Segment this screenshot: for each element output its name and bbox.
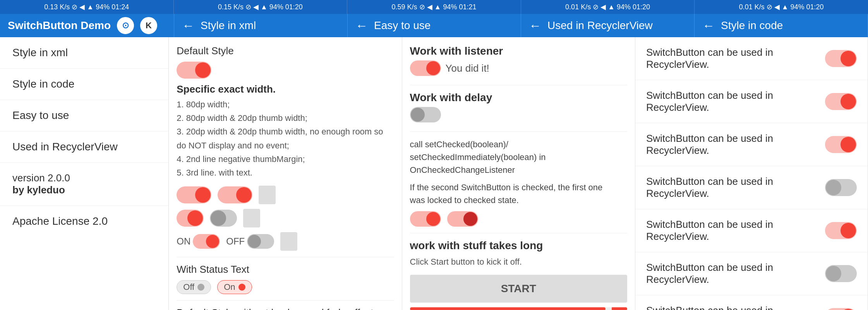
xml-panel-title: Style in xml: [201, 19, 256, 32]
width-switches-row-1: [177, 186, 394, 204]
sidebar-item-easy[interactable]: Easy to use: [0, 100, 168, 131]
width-switch-placeholder: [259, 186, 276, 204]
panel-easy: Work with listener You did it! Work with…: [402, 37, 635, 310]
recycler-switch-5[interactable]: [825, 265, 857, 282]
divider-1: [177, 257, 394, 257]
call-section: call setChecked(boolean)/setCheckedImmed…: [410, 138, 627, 227]
recycler-text-6: SwitchButton can be used in RecyclerView…: [646, 305, 825, 310]
github-icon[interactable]: ⊙: [117, 17, 134, 34]
recycler-panel-title: Used in RecyclerView: [547, 19, 653, 32]
default-switch-1[interactable]: [177, 62, 211, 79]
easy-panel-title: Easy to use: [374, 19, 431, 32]
app-title: SwitchButton Demo: [8, 19, 111, 32]
sidebar: Style in xml Style in code Easy to use U…: [0, 37, 169, 310]
recycler-text-2: SwitchButton can be used in RecyclerView…: [646, 133, 825, 157]
recycler-item-0: SwitchButton can be used in RecyclerView…: [635, 37, 868, 80]
status-bar-4: 0.01 K/s ⊘ ◀ ▲ 94% 01:20: [521, 0, 695, 14]
call-desc: If the second SwitchButton is checked, t…: [410, 181, 627, 207]
divider-easy-3: [410, 233, 627, 233]
status-bar-2: 0.15 K/s ⊘ ◀ ▲ 94% 01:20: [174, 0, 348, 14]
divider-2: [177, 300, 394, 301]
recycler-item-1: SwitchButton can be used in RecyclerView…: [635, 80, 868, 123]
panel-xml: Default Style Specific exact width. 1. 8…: [169, 37, 402, 310]
status-bars: 0.13 K/s ⊘ ◀ ▲ 94% 01:24 0.15 K/s ⊘ ◀ ▲ …: [0, 0, 868, 14]
recycler-switch-1[interactable]: [825, 93, 857, 110]
specific-width-title: Specific exact width.: [177, 83, 394, 95]
recycler-header: ← Used in RecyclerView: [521, 14, 695, 37]
status-bar-5: 0.01 K/s ⊘ ◀ ▲ 94% 01:20: [695, 0, 868, 14]
status-switches-row: Off On: [177, 280, 394, 294]
recycler-switch-4[interactable]: [825, 222, 857, 239]
code-header: ← Style in code: [695, 14, 868, 37]
listener-section: Work with listener You did it!: [410, 45, 627, 79]
width-switch-3[interactable]: [177, 210, 204, 227]
recycler-switch-0[interactable]: [825, 50, 857, 67]
progress-thumb: [612, 307, 627, 310]
recycler-item-3: SwitchButton can be used in RecyclerView…: [635, 166, 868, 209]
code-panel-title: Style in code: [721, 19, 783, 32]
width-switch-2[interactable]: [218, 186, 252, 203]
on-status-switch[interactable]: On: [217, 280, 252, 294]
recycler-text-1: SwitchButton can be used in RecyclerView…: [646, 90, 825, 114]
main-header: SwitchButton Demo ⊙ K: [0, 14, 174, 37]
call-switch-1[interactable]: [410, 211, 441, 227]
sidebar-license: Apache License 2.0: [0, 206, 168, 237]
width-switch-4[interactable]: [210, 210, 237, 227]
recycler-text-5: SwitchButton can be used in RecyclerView…: [646, 262, 825, 286]
xml-header: ← Style in xml: [174, 14, 348, 37]
listener-title: Work with listener: [410, 45, 627, 57]
progress-fill: [410, 307, 606, 310]
sidebar-version: version 2.0.0 by kyleduo: [0, 163, 168, 206]
recycler-switch-6[interactable]: [825, 308, 857, 310]
status-bar-3: 0.59 K/s ⊘ ◀ ▲ 94% 01:21: [347, 0, 521, 14]
call-title: call setChecked(boolean)/setCheckedImmed…: [410, 138, 627, 176]
progress-bar: [410, 307, 627, 310]
width-switches-row-2: [177, 209, 394, 227]
listener-switch[interactable]: [410, 60, 441, 76]
status-bar-1: 0.13 K/s ⊘ ◀ ▲ 94% 01:24: [0, 0, 174, 14]
off-button-label[interactable]: OFF: [226, 234, 274, 249]
sidebar-item-xml[interactable]: Style in xml: [0, 37, 168, 69]
recycler-switch-3[interactable]: [825, 179, 857, 196]
without-fade-label: Default Style without background fade ef…: [177, 307, 394, 310]
easy-header: ← Easy to use: [348, 14, 521, 37]
on-off-row: ON OFF: [177, 232, 394, 251]
start-button[interactable]: START: [410, 275, 627, 303]
delay-title: Work with delay: [410, 91, 627, 104]
divider-easy-2: [410, 131, 627, 132]
status-text-label: With Status Text: [177, 264, 394, 276]
default-switches-row: [177, 62, 394, 79]
work-long-section: work with stuff takes long Click Start b…: [410, 239, 627, 310]
xml-back-button[interactable]: ←: [182, 19, 194, 33]
k-icon[interactable]: K: [140, 17, 157, 34]
divider-easy-1: [410, 85, 627, 85]
width-switch-placeholder-2: [243, 209, 260, 227]
easy-back-button[interactable]: ←: [355, 19, 368, 33]
recycler-text-3: SwitchButton can be used in RecyclerView…: [646, 176, 825, 200]
width-switch-1[interactable]: [177, 186, 211, 203]
recycler-item-5: SwitchButton can be used in RecyclerView…: [635, 252, 868, 295]
delay-section: Work with delay: [410, 91, 627, 125]
did-it-text: You did it!: [446, 62, 489, 74]
delay-switch[interactable]: [410, 107, 441, 122]
code-back-button[interactable]: ←: [702, 19, 715, 33]
app-header: SwitchButton Demo ⊙ K ← Style in xml ← E…: [0, 14, 868, 37]
sidebar-item-code[interactable]: Style in code: [0, 69, 168, 100]
work-long-title: work with stuff takes long: [410, 239, 627, 252]
click-start-text: Click Start button to kick it off.: [410, 255, 627, 269]
recycler-text-0: SwitchButton can be used in RecyclerView…: [646, 46, 825, 71]
on-button-label[interactable]: ON: [177, 234, 220, 249]
recycler-text-4: SwitchButton can be used in RecyclerView…: [646, 219, 825, 243]
specific-width-desc: 1. 80dp width; 2. 80dp width & 20dp thum…: [177, 98, 394, 179]
recycler-back-button[interactable]: ←: [529, 19, 541, 33]
did-it-row: You did it!: [410, 60, 489, 76]
default-style-label: Default Style: [177, 45, 394, 57]
recycler-item-4: SwitchButton can be used in RecyclerView…: [635, 209, 868, 252]
sidebar-by: by kyleduo: [12, 184, 156, 196]
call-switch-2[interactable]: [447, 211, 478, 227]
off-placeholder: [280, 232, 297, 251]
off-status-switch[interactable]: Off: [177, 280, 211, 294]
recycler-switch-2[interactable]: [825, 136, 857, 153]
call-switches-row: [410, 211, 627, 227]
sidebar-item-recycler[interactable]: Used in RecyclerView: [0, 131, 168, 163]
